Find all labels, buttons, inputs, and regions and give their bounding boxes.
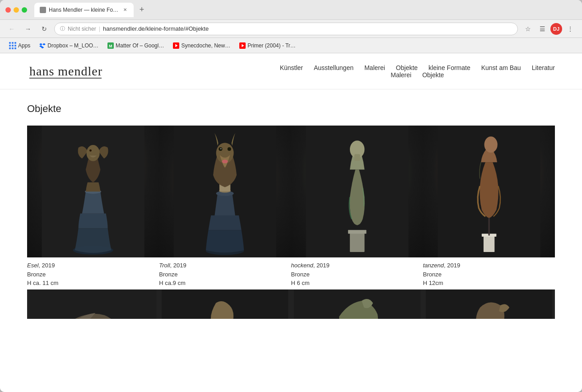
svg-rect-27 (354, 154, 360, 161)
apps-grid-icon (9, 42, 16, 49)
close-button[interactable] (5, 7, 11, 13)
caption-title-hockend: hockend (291, 262, 313, 269)
gallery-caption-hockend: hockend, 2019 Bronze H 6 cm (291, 257, 423, 289)
site-logo[interactable]: hans mendler (27, 60, 108, 83)
bottom-sculpture-2 (159, 289, 291, 319)
bookmark-button[interactable]: ☆ (521, 23, 534, 35)
url-text: hansmendler.de/kleine-formate/#Objekte (103, 25, 209, 32)
nav-objekte[interactable]: Objekte (396, 64, 418, 71)
caption-dimensions-troll: H ca.9 cm (159, 279, 291, 288)
nav-malerei[interactable]: Malerei (364, 64, 385, 71)
caption-material-esel: Bronze (27, 270, 159, 279)
svg-point-19 (222, 159, 228, 163)
page-content: Objekte (0, 89, 582, 332)
svg-point-21 (228, 147, 231, 151)
caption-dimensions-esel: H ca. 11 cm (27, 279, 159, 288)
svg-rect-24 (349, 232, 364, 252)
gallery-item-bottom-3[interactable] (291, 289, 423, 319)
bookmark-synecdoche-label: Synecdoche, New… (181, 42, 230, 49)
caption-title-tanzend: tanzend (423, 262, 444, 269)
matter-icon: M (107, 42, 114, 49)
esel-sculpture-svg (27, 126, 159, 257)
title-bar: Hans Mendler — kleine Forma ✕ + (0, 0, 582, 20)
toolbar-icons: ☆ ☰ DJ ⋮ (521, 23, 577, 35)
gallery-grid: Esel, 2019 Bronze H ca. 11 cm (27, 126, 555, 289)
gallery-item-bottom-2[interactable] (159, 289, 291, 319)
new-tab-button[interactable]: + (135, 4, 148, 16)
gallery-grid-bottom (27, 289, 555, 319)
maximize-button[interactable] (22, 7, 27, 13)
back-button[interactable]: ← (5, 23, 18, 35)
gallery-image-hockend (291, 126, 423, 257)
reading-list-button[interactable]: ☰ (536, 23, 549, 35)
gallery-caption-tanzend: tanzend, 2019 Bronze H 12cm (423, 257, 555, 289)
svg-rect-25 (348, 230, 366, 233)
gallery-item-bottom-1[interactable] (27, 289, 159, 319)
caption-material-tanzend: Bronze (423, 270, 555, 279)
caption-year-esel: , 2019 (38, 262, 55, 269)
bookmark-primer[interactable]: Primer (2004) - Tr… (236, 41, 299, 51)
menu-button[interactable]: ⋮ (564, 23, 577, 35)
caption-material-hockend: Bronze (291, 270, 423, 279)
reload-button[interactable]: ↻ (38, 23, 51, 35)
minimize-button[interactable] (14, 7, 19, 13)
bottom-sculpture-3 (291, 289, 423, 319)
nav-sub-objekte[interactable]: Objekte (422, 71, 444, 79)
bookmark-dropbox-label: Dropbox – M_LOO… (47, 42, 98, 49)
svg-text:M: M (109, 43, 112, 48)
nav-kuenstler[interactable]: Künstler (280, 64, 303, 71)
bookmark-primer-label: Primer (2004) - Tr… (247, 42, 296, 49)
bottom-sculpture-1 (27, 289, 159, 319)
gallery-item-troll[interactable]: Troll, 2019 Bronze H ca.9 cm (159, 126, 291, 289)
svg-point-12 (89, 149, 92, 152)
caption-title-esel: Esel (27, 262, 38, 269)
svg-rect-29 (484, 236, 494, 252)
hockend-sculpture-svg (291, 126, 423, 257)
tab-close-button[interactable]: ✕ (122, 7, 128, 13)
svg-point-22 (220, 148, 222, 149)
gallery-caption-troll: Troll, 2019 Bronze H ca.9 cm (159, 257, 291, 289)
gallery-item-esel[interactable]: Esel, 2019 Bronze H ca. 11 cm (27, 126, 159, 289)
gallery-image-troll (159, 126, 291, 257)
caption-year-troll: , 2019 (170, 262, 186, 269)
caption-material-troll: Bronze (159, 270, 291, 279)
nav-kunst-am-bau[interactable]: Kunst am Bau (481, 64, 521, 71)
active-tab[interactable]: Hans Mendler — kleine Forma ✕ (34, 3, 134, 17)
youtube-icon-2 (239, 42, 246, 49)
site-nav: hans mendler Künstler Ausstellungen Male… (0, 53, 582, 89)
user-avatar[interactable]: DJ (550, 23, 562, 35)
website: hans mendler Künstler Ausstellungen Male… (0, 53, 582, 392)
gallery-item-tanzend[interactable]: tanzend, 2019 Bronze H 12cm (423, 126, 555, 289)
gallery-caption-esel: Esel, 2019 Bronze H ca. 11 cm (27, 257, 159, 289)
bookmark-synecdoche[interactable]: Synecdoche, New… (169, 41, 234, 51)
page-title: Objekte (27, 103, 555, 115)
gallery-item-bottom-4[interactable] (423, 289, 555, 319)
tanzend-sculpture-svg (423, 126, 555, 257)
youtube-icon-1 (173, 42, 179, 49)
nav-row-1: Künstler Ausstellungen Malerei Objekte k… (280, 64, 555, 71)
bookmark-apps[interactable]: Apps (5, 40, 34, 51)
gallery-item-hockend[interactable]: hockend, 2019 Bronze H 6 cm (291, 126, 423, 289)
forward-button[interactable]: → (22, 23, 34, 35)
gallery-image-tanzend (423, 126, 555, 257)
tab-favicon (40, 7, 46, 13)
caption-dimensions-hockend: H 6 cm (291, 279, 423, 288)
nav-kleine-formate[interactable]: kleine Formate (428, 64, 470, 71)
bookmark-matter-label: Matter Of – Googl… (116, 42, 164, 49)
url-bar[interactable]: ⓘ Nicht sicher | hansmendler.de/kleine-f… (54, 23, 518, 35)
svg-point-32 (484, 136, 497, 153)
security-icon: ⓘ (60, 25, 65, 32)
nav-row-2: Malerei Objekte (391, 71, 444, 79)
address-bar: ← → ↻ ⓘ Nicht sicher | hansmendler.de/kl… (0, 20, 582, 38)
nav-links: Künstler Ausstellungen Malerei Objekte k… (280, 64, 555, 79)
caption-year-hockend: , 2019 (313, 262, 330, 269)
caption-title-troll: Troll (159, 262, 170, 269)
nav-literatur[interactable]: Literatur (532, 64, 555, 71)
browser-window: Hans Mendler — kleine Forma ✕ + ← → ↻ ⓘ … (0, 0, 582, 392)
gallery-image-esel (27, 126, 159, 257)
bookmarks-bar: Apps Dropbox – M_LOO… M Matter Of – Goog… (0, 38, 582, 53)
bookmark-matter[interactable]: M Matter Of – Googl… (104, 41, 168, 51)
bookmark-dropbox[interactable]: Dropbox – M_LOO… (36, 41, 102, 51)
nav-sub-malerei[interactable]: Malerei (391, 71, 411, 79)
nav-ausstellungen[interactable]: Ausstellungen (314, 64, 354, 71)
